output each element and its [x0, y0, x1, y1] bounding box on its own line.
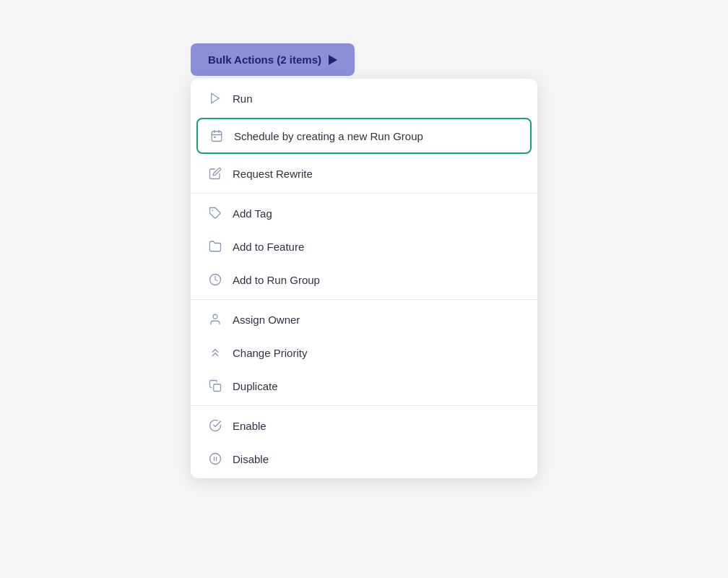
clock-icon [208, 273, 222, 286]
menu-group-3: Assign Owner Change Priority [191, 300, 537, 405]
chevrons-up-icon [208, 346, 222, 359]
edit-icon [208, 167, 222, 180]
play-icon [329, 55, 337, 65]
assign-owner-label: Assign Owner [233, 314, 300, 326]
menu-group-4: Enable Disable [191, 406, 537, 478]
svg-point-8 [213, 314, 217, 319]
disable-label: Disable [233, 453, 269, 465]
menu-group-2: Add Tag Add to Feature [191, 194, 537, 299]
duplicate-label: Duplicate [233, 380, 278, 392]
menu-item-add-tag[interactable]: Add Tag [191, 197, 537, 230]
check-circle-icon [208, 419, 222, 432]
schedule-label: Schedule by creating a new Run Group [234, 130, 423, 142]
person-icon [208, 313, 222, 326]
svg-rect-1 [212, 131, 222, 142]
run-label: Run [233, 92, 253, 105]
menu-item-schedule[interactable]: Schedule by creating a new Run Group [196, 118, 532, 154]
add-to-run-group-label: Add to Run Group [233, 274, 320, 286]
menu-item-request-rewrite[interactable]: Request Rewrite [191, 157, 537, 190]
svg-point-10 [210, 454, 221, 465]
svg-marker-0 [212, 93, 220, 103]
dropdown-menu: Run Schedule by creating a new Run Group [191, 79, 537, 478]
menu-item-change-priority[interactable]: Change Priority [191, 336, 537, 369]
menu-item-add-to-feature[interactable]: Add to Feature [191, 230, 537, 263]
svg-rect-9 [214, 384, 221, 392]
menu-item-disable[interactable]: Disable [191, 442, 537, 475]
change-priority-label: Change Priority [233, 347, 307, 359]
menu-item-enable[interactable]: Enable [191, 409, 537, 442]
calendar-icon [209, 129, 224, 142]
folder-icon [208, 240, 222, 253]
request-rewrite-label: Request Rewrite [233, 168, 313, 180]
play-outline-icon [208, 92, 222, 105]
menu-item-run[interactable]: Run [191, 82, 537, 115]
svg-rect-5 [214, 137, 215, 138]
add-tag-label: Add Tag [233, 207, 272, 220]
bulk-actions-button[interactable]: Bulk Actions (2 items) [191, 43, 355, 76]
main-container: Bulk Actions (2 items) Run [191, 43, 537, 478]
copy-icon [208, 379, 222, 392]
pause-circle-icon [208, 452, 222, 465]
tag-icon [208, 207, 222, 220]
add-to-feature-label: Add to Feature [233, 241, 304, 253]
menu-item-assign-owner[interactable]: Assign Owner [191, 303, 537, 336]
menu-item-duplicate[interactable]: Duplicate [191, 369, 537, 402]
menu-group-1: Run Schedule by creating a new Run Group [191, 79, 537, 193]
bulk-actions-label: Bulk Actions (2 items) [208, 53, 321, 66]
menu-item-add-to-run-group[interactable]: Add to Run Group [191, 263, 537, 296]
enable-label: Enable [233, 420, 266, 432]
